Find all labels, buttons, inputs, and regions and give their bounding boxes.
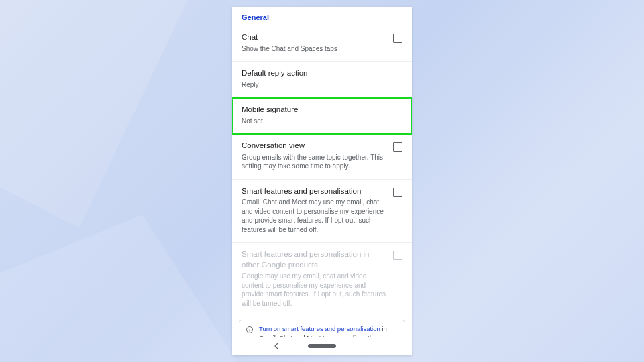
home-pill[interactable] <box>308 344 336 348</box>
smart-features-notice[interactable]: Turn on smart features and personalisati… <box>239 320 405 337</box>
row-smart2-title: Smart features and personalisation in ot… <box>241 249 388 270</box>
row-chat[interactable]: Chat Show the Chat and Spaces tabs <box>232 25 412 62</box>
chevron-left-icon <box>272 342 280 350</box>
row-smart-title: Smart features and personalisation <box>241 186 388 197</box>
row-reply-title: Default reply action <box>241 68 397 79</box>
android-navbar <box>232 337 412 355</box>
checkbox-chat[interactable] <box>393 34 402 43</box>
section-header-general: General <box>232 7 412 25</box>
checkbox-smart-features[interactable] <box>393 188 402 197</box>
row-signature-title: Mobile signature <box>241 105 397 115</box>
row-smart-features[interactable]: Smart features and personalisation Gmail… <box>232 180 412 243</box>
row-smart-features-other: Smart features and personalisation in ot… <box>232 243 412 316</box>
settings-list: Chat Show the Chat and Spaces tabs Defau… <box>232 25 412 337</box>
row-smart-sub: Gmail, Chat and Meet may use my email, c… <box>241 198 388 234</box>
notice-link[interactable]: Turn on smart features and personalisati… <box>259 325 380 333</box>
row-chat-sub: Show the Chat and Spaces tabs <box>241 44 388 54</box>
row-mobile-signature[interactable]: Mobile signature Not set <box>232 98 412 134</box>
notice-text: Turn on smart features and personalisati… <box>259 325 398 337</box>
svg-point-2 <box>250 328 250 328</box>
row-reply-sub: Reply <box>241 80 397 90</box>
row-conversation-view[interactable]: Conversation view Group emails with the … <box>232 134 412 180</box>
row-conv-title: Conversation view <box>241 141 388 152</box>
row-signature-sub: Not set <box>241 117 397 126</box>
row-chat-title: Chat <box>241 32 388 43</box>
settings-screen: General Chat Show the Chat and Spaces ta… <box>232 7 412 355</box>
row-smart2-sub: Google may use my email, chat and video … <box>241 272 388 308</box>
row-conv-sub: Group emails with the same topic togethe… <box>241 153 388 171</box>
checkbox-conversation-view[interactable] <box>393 142 402 152</box>
back-button[interactable] <box>272 342 280 350</box>
info-icon <box>246 326 254 334</box>
row-default-reply[interactable]: Default reply action Reply <box>232 62 412 98</box>
checkbox-smart-features-other <box>393 251 402 260</box>
